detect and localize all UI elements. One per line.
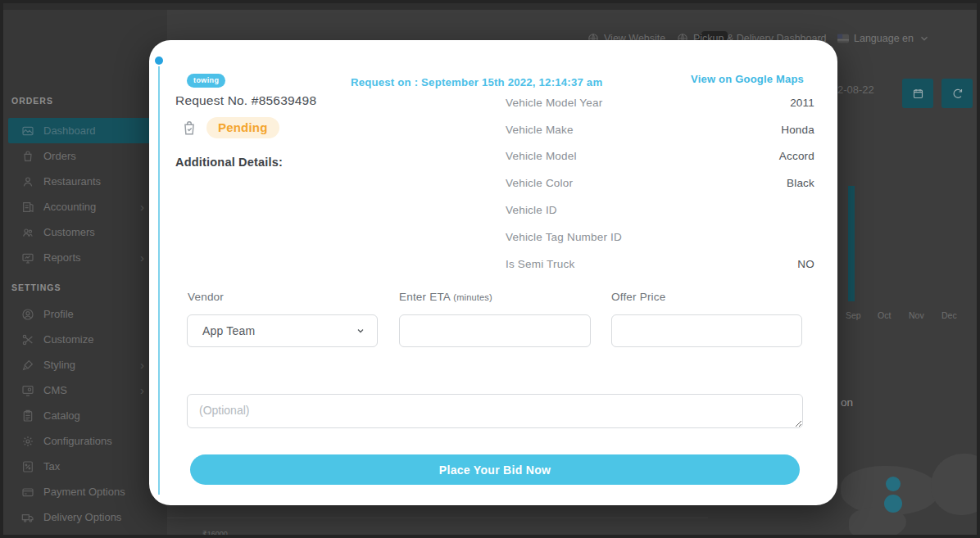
offer-price-label: Offer Price <box>611 291 665 303</box>
status-badge: Pending <box>206 117 279 138</box>
request-timestamp: Request on : September 15th 2022, 12:14:… <box>351 76 602 88</box>
app-window: View Website Pickup & Delivery Dashboard… <box>0 0 980 538</box>
detail-row: Vehicle Color Black <box>506 170 814 197</box>
detail-row: Vehicle Tag Number ID <box>506 224 814 251</box>
place-bid-button[interactable]: Place Your Bid Now <box>190 454 800 485</box>
vehicle-details-list: Vehicle Model Year 2011 Vehicle Make Hon… <box>506 89 814 278</box>
offer-price-input[interactable] <box>611 314 802 347</box>
timeline-dot-icon <box>155 57 163 65</box>
detail-row: Vehicle Make Honda <box>506 116 814 143</box>
eta-label: Enter ETA (minutes) <box>399 291 492 303</box>
towing-request-modal: towing Request on : September 15th 2022,… <box>149 40 837 505</box>
vendor-select[interactable]: App Team <box>187 314 378 347</box>
google-maps-link[interactable]: View on Google Maps <box>691 73 804 85</box>
detail-row: Is Semi Truck NO <box>506 251 814 278</box>
request-number: Request No. #85639498 <box>175 93 316 108</box>
detail-row: Vehicle ID <box>506 197 814 224</box>
additional-information-textarea[interactable] <box>187 394 803 428</box>
vendor-label: Vendor <box>188 291 224 303</box>
eta-input[interactable] <box>399 314 591 347</box>
timeline-line <box>158 66 160 495</box>
chevron-down-icon <box>356 326 365 336</box>
additional-details-heading: Additional Details: <box>175 156 283 169</box>
status-row: Pending <box>180 117 279 138</box>
service-type-badge: towing <box>187 74 225 88</box>
detail-row: Vehicle Model Accord <box>506 143 814 170</box>
order-bag-check-icon <box>180 119 198 137</box>
detail-row: Vehicle Model Year 2011 <box>506 89 814 116</box>
